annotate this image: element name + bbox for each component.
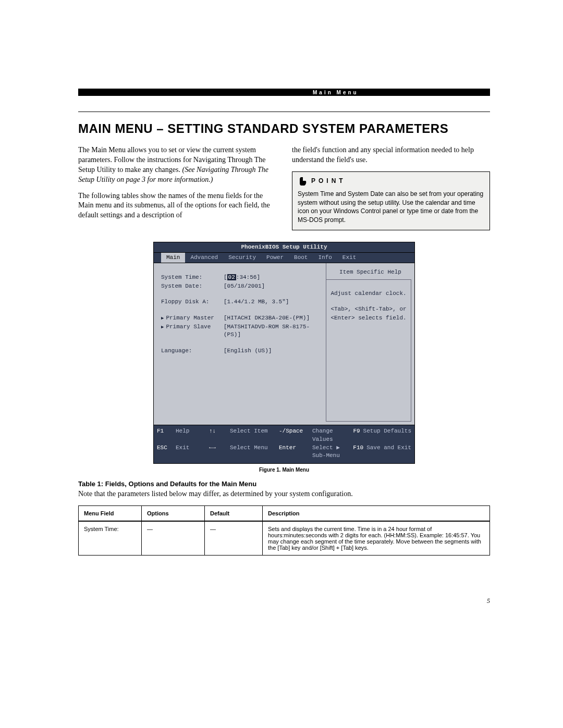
bios-key-f10: F10	[345, 444, 366, 461]
bios-tab-boot: Boot	[289, 253, 313, 263]
body-column-right: the field's function and any special inf…	[292, 145, 490, 230]
bios-key-updown-label: Select Item	[230, 427, 279, 444]
bios-key-f1-label: Help	[176, 427, 209, 444]
triangle-icon: ▶	[161, 325, 164, 330]
bios-key-f9: F9	[341, 427, 363, 444]
header-label: Main Menu	[313, 90, 359, 95]
cell-menu-field: System Time:	[79, 521, 142, 556]
bios-key-space: -/Space	[279, 427, 312, 444]
th-description: Description	[263, 506, 490, 522]
bios-row-value: [MATSHITADVD-ROM SR-8175-(PS)]	[224, 323, 321, 339]
bios-key-leftright-label: Select Menu	[230, 444, 279, 461]
bios-row-value: [English (US)]	[224, 347, 321, 355]
bios-row: Floppy Disk A:[1.44/1.2 MB, 3.5"]	[161, 298, 321, 306]
bios-menu-bar: MainAdvancedSecurityPowerBootInfoExit	[154, 253, 414, 263]
bios-help-line-2: <Tab>, <Shift-Tab>, or <Enter> selects f…	[331, 305, 407, 322]
bios-fields: System Time:[02:34:56]System Date:[05/18…	[154, 263, 326, 425]
page-title: MAIN MENU – SETTING STANDARD SYSTEM PARA…	[78, 121, 490, 136]
table-note: Note that the parameters listed below ma…	[78, 490, 490, 498]
bios-help-line-1: Adjust calendar clock.	[331, 289, 407, 298]
th-menu-field: Menu Field	[79, 506, 142, 522]
bios-row-value: [05/18/2001]	[224, 282, 321, 290]
bios-help-header: Item Specific Help	[326, 263, 414, 279]
cell-default: —	[205, 521, 263, 556]
bios-key-enter: Enter	[279, 444, 312, 461]
header-rule	[78, 112, 490, 112]
point-hand-icon	[298, 176, 308, 187]
bios-row-label: Floppy Disk A:	[161, 298, 224, 306]
bios-tab-security: Security	[223, 253, 261, 263]
bios-key-leftright: ←→	[209, 444, 230, 461]
bios-screenshot: PhoenixBIOS Setup Utility MainAdvancedSe…	[153, 242, 415, 464]
bios-row-label: Language:	[161, 347, 224, 355]
th-options: Options	[142, 506, 205, 522]
bios-row: ▶Primary Master[HITACHI DK23BA-20E-(PM)]	[161, 314, 321, 322]
th-default: Default	[205, 506, 263, 522]
bios-key-space-label: Change Values	[312, 427, 341, 444]
bios-tab-power: Power	[261, 253, 289, 263]
table-row: System Time: — — Sets and displays the c…	[79, 521, 490, 556]
figure-caption: Figure 1. Main Menu	[78, 467, 490, 473]
triangle-icon: ▶	[161, 316, 164, 321]
bios-row-label: System Date:	[161, 282, 224, 290]
cell-description: Sets and displays the current time. Time…	[263, 521, 490, 556]
bios-key-esc-label: Exit	[176, 444, 209, 461]
bios-row: System Time:[02:34:56]	[161, 274, 321, 281]
bios-row-value: [02:34:56]	[224, 274, 321, 281]
bios-row-label: ▶Primary Master	[161, 314, 224, 322]
bios-key-f1: F1	[157, 427, 176, 444]
point-box: POINT System Time and System Date can al…	[292, 171, 490, 230]
bios-highlighted-field: 02	[227, 274, 236, 280]
bios-tab-exit: Exit	[337, 253, 361, 263]
bios-key-updown: ↑↓	[209, 427, 230, 444]
table-header-row: Menu Field Options Default Description	[79, 506, 490, 522]
bios-key-f10-label: Save and Exit	[366, 444, 411, 461]
bios-key-enter-label: Select ▶ Sub-Menu	[312, 444, 345, 461]
bios-title: PhoenixBIOS Setup Utility	[154, 242, 414, 253]
point-text: System Time and System Date can also be …	[298, 190, 484, 225]
point-label: POINT	[311, 177, 346, 186]
bios-row: System Date:[05/18/2001]	[161, 282, 321, 290]
page-number: 5	[78, 597, 490, 605]
bios-row: Language:[English (US)]	[161, 347, 321, 355]
body-column-left: The Main Menu allows you to set or view …	[78, 145, 276, 230]
bios-tab-main: Main	[161, 253, 185, 263]
bios-key-esc: ESC	[157, 444, 176, 461]
bios-tab-info: Info	[313, 253, 337, 263]
bios-row-value: [HITACHI DK23BA-20E-(PM)]	[224, 314, 321, 322]
bios-footer: F1 Help ↑↓ Select Item -/Space Change Va…	[154, 425, 414, 464]
bios-row-label: System Time:	[161, 274, 224, 281]
intro-paragraph-2: The following tables show the names of t…	[78, 191, 276, 221]
bios-help-box: Adjust calendar clock. <Tab>, <Shift-Tab…	[326, 279, 411, 422]
page-header-bar: Main Menu	[78, 89, 490, 96]
bios-tab-advanced: Advanced	[185, 253, 223, 263]
table-title: Table 1: Fields, Options and Defaults fo…	[78, 480, 490, 488]
bios-row-label: ▶Primary Slave	[161, 323, 224, 339]
intro-paragraph-3: the field's function and any special inf…	[292, 145, 490, 165]
options-table: Menu Field Options Default Description S…	[78, 505, 490, 556]
bios-key-f9-label: Setup Defaults	[363, 427, 411, 444]
bios-row: ▶Primary Slave[MATSHITADVD-ROM SR-8175-(…	[161, 323, 321, 339]
bios-row-value: [1.44/1.2 MB, 3.5"]	[224, 298, 321, 306]
cell-options: —	[142, 521, 205, 556]
